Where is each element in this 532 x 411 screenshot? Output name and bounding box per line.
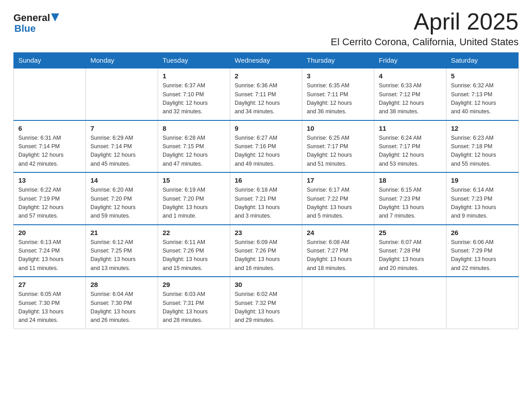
calendar-cell: 8Sunrise: 6:28 AMSunset: 7:15 PMDaylight… [158,120,230,173]
day-number: 17 [307,176,369,184]
day-number: 13 [18,176,81,184]
day-number: 27 [18,281,81,288]
day-info: Sunrise: 6:20 AMSunset: 7:20 PMDaylight:… [90,186,153,221]
day-number: 14 [90,176,153,184]
col-monday: Monday [86,53,158,68]
day-number: 5 [451,72,514,80]
day-number: 25 [379,229,442,236]
calendar-cell: 15Sunrise: 6:19 AMSunset: 7:20 PMDayligh… [158,172,230,225]
calendar-cell: 21Sunrise: 6:12 AMSunset: 7:25 PMDayligh… [86,225,158,277]
logo-triangle-icon [51,13,59,21]
col-tuesday: Tuesday [158,53,230,68]
day-info: Sunrise: 6:25 AMSunset: 7:17 PMDaylight:… [307,134,369,169]
day-info: Sunrise: 6:23 AMSunset: 7:18 PMDaylight:… [451,134,514,169]
day-info: Sunrise: 6:04 AMSunset: 7:30 PMDaylight:… [90,290,153,325]
day-info: Sunrise: 6:32 AMSunset: 7:13 PMDaylight:… [451,81,514,116]
day-number: 29 [163,281,225,288]
calendar-cell: 17Sunrise: 6:17 AMSunset: 7:22 PMDayligh… [302,172,374,225]
col-saturday: Saturday [446,53,519,68]
day-number: 18 [379,176,442,184]
day-info: Sunrise: 6:11 AMSunset: 7:26 PMDaylight:… [163,238,225,273]
day-number: 21 [90,229,153,236]
calendar-cell [302,277,374,329]
title-block: April 2025 El Cerrito Corona, California… [331,9,519,48]
logo-icon: General Blue [13,13,59,34]
day-number: 10 [307,124,369,132]
day-number: 30 [235,281,297,288]
day-info: Sunrise: 6:17 AMSunset: 7:22 PMDaylight:… [307,186,369,221]
week-row-1: 1Sunrise: 6:37 AMSunset: 7:10 PMDaylight… [14,68,519,120]
day-info: Sunrise: 6:24 AMSunset: 7:17 PMDaylight:… [379,134,442,169]
day-info: Sunrise: 6:14 AMSunset: 7:23 PMDaylight:… [451,186,514,221]
col-sunday: Sunday [14,53,86,68]
day-info: Sunrise: 6:09 AMSunset: 7:26 PMDaylight:… [235,238,297,273]
calendar-cell: 3Sunrise: 6:35 AMSunset: 7:11 PMDaylight… [302,68,374,120]
day-number: 4 [379,72,442,80]
day-number: 7 [90,124,153,132]
calendar-cell [14,68,86,120]
col-wednesday: Wednesday [230,53,302,68]
day-info: Sunrise: 6:07 AMSunset: 7:28 PMDaylight:… [379,238,442,273]
day-number: 3 [307,72,369,80]
calendar-cell [374,277,446,329]
calendar-cell: 19Sunrise: 6:14 AMSunset: 7:23 PMDayligh… [446,172,519,225]
location-title: El Cerrito Corona, California, United St… [331,36,519,48]
calendar-cell: 6Sunrise: 6:31 AMSunset: 7:14 PMDaylight… [14,120,86,173]
calendar-table: Sunday Monday Tuesday Wednesday Thursday… [13,52,519,329]
calendar-cell: 24Sunrise: 6:08 AMSunset: 7:27 PMDayligh… [302,225,374,277]
calendar-cell: 14Sunrise: 6:20 AMSunset: 7:20 PMDayligh… [86,172,158,225]
calendar-cell: 29Sunrise: 6:03 AMSunset: 7:31 PMDayligh… [158,277,230,329]
calendar-cell: 25Sunrise: 6:07 AMSunset: 7:28 PMDayligh… [374,225,446,277]
calendar-cell [446,277,519,329]
day-info: Sunrise: 6:28 AMSunset: 7:15 PMDaylight:… [163,134,225,169]
calendar-cell: 9Sunrise: 6:27 AMSunset: 7:16 PMDaylight… [230,120,302,173]
logo: General Blue [13,13,59,34]
week-row-2: 6Sunrise: 6:31 AMSunset: 7:14 PMDaylight… [14,120,519,173]
day-number: 11 [379,124,442,132]
calendar-cell: 26Sunrise: 6:06 AMSunset: 7:29 PMDayligh… [446,225,519,277]
calendar-cell: 10Sunrise: 6:25 AMSunset: 7:17 PMDayligh… [302,120,374,173]
day-info: Sunrise: 6:31 AMSunset: 7:14 PMDaylight:… [18,134,81,169]
logo-text-blue: Blue [14,23,36,34]
calendar-cell: 5Sunrise: 6:32 AMSunset: 7:13 PMDaylight… [446,68,519,120]
day-info: Sunrise: 6:19 AMSunset: 7:20 PMDaylight:… [163,186,225,221]
calendar-cell: 23Sunrise: 6:09 AMSunset: 7:26 PMDayligh… [230,225,302,277]
day-info: Sunrise: 6:27 AMSunset: 7:16 PMDaylight:… [235,134,297,169]
day-info: Sunrise: 6:05 AMSunset: 7:30 PMDaylight:… [18,290,81,325]
calendar-cell: 4Sunrise: 6:33 AMSunset: 7:12 PMDaylight… [374,68,446,120]
day-info: Sunrise: 6:15 AMSunset: 7:23 PMDaylight:… [379,186,442,221]
calendar-header-row: Sunday Monday Tuesday Wednesday Thursday… [14,53,519,68]
logo-text-general: General [13,13,50,23]
month-title: April 2025 [331,9,519,34]
day-number: 26 [451,229,514,236]
day-info: Sunrise: 6:29 AMSunset: 7:14 PMDaylight:… [90,134,153,169]
calendar-cell: 16Sunrise: 6:18 AMSunset: 7:21 PMDayligh… [230,172,302,225]
day-number: 2 [235,72,297,80]
calendar-cell: 7Sunrise: 6:29 AMSunset: 7:14 PMDaylight… [86,120,158,173]
col-friday: Friday [374,53,446,68]
calendar-cell: 11Sunrise: 6:24 AMSunset: 7:17 PMDayligh… [374,120,446,173]
calendar-cell: 20Sunrise: 6:13 AMSunset: 7:24 PMDayligh… [14,225,86,277]
calendar-cell: 30Sunrise: 6:02 AMSunset: 7:32 PMDayligh… [230,277,302,329]
day-number: 12 [451,124,514,132]
calendar-cell [86,68,158,120]
page-header: General Blue April 2025 El Cerrito Coron… [13,9,519,48]
week-row-4: 20Sunrise: 6:13 AMSunset: 7:24 PMDayligh… [14,225,519,277]
day-number: 15 [163,176,225,184]
day-info: Sunrise: 6:22 AMSunset: 7:19 PMDaylight:… [18,186,81,221]
day-number: 19 [451,176,514,184]
day-number: 1 [163,72,225,80]
svg-marker-0 [51,13,59,21]
day-number: 23 [235,229,297,236]
week-row-3: 13Sunrise: 6:22 AMSunset: 7:19 PMDayligh… [14,172,519,225]
calendar-cell: 12Sunrise: 6:23 AMSunset: 7:18 PMDayligh… [446,120,519,173]
calendar-cell: 1Sunrise: 6:37 AMSunset: 7:10 PMDaylight… [158,68,230,120]
day-info: Sunrise: 6:03 AMSunset: 7:31 PMDaylight:… [163,290,225,325]
day-info: Sunrise: 6:18 AMSunset: 7:21 PMDaylight:… [235,186,297,221]
calendar-cell: 28Sunrise: 6:04 AMSunset: 7:30 PMDayligh… [86,277,158,329]
day-number: 24 [307,229,369,236]
calendar-cell: 13Sunrise: 6:22 AMSunset: 7:19 PMDayligh… [14,172,86,225]
day-info: Sunrise: 6:08 AMSunset: 7:27 PMDaylight:… [307,238,369,273]
day-number: 6 [18,124,81,132]
day-number: 16 [235,176,297,184]
